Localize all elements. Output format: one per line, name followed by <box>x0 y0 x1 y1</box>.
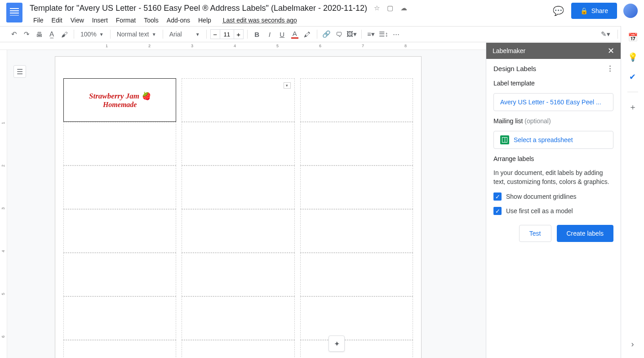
line-spacing-button[interactable]: ☰↕ <box>378 28 390 40</box>
menu-format[interactable]: Format <box>112 15 139 25</box>
label-cell[interactable] <box>300 209 413 253</box>
label-cell[interactable] <box>63 253 176 296</box>
menu-tools[interactable]: Tools <box>140 15 162 25</box>
add-addon-icon[interactable]: ＋ <box>628 102 638 112</box>
comments-icon[interactable]: 💬 <box>552 4 565 17</box>
select-spreadsheet-button[interactable]: Select a spreadsheet <box>493 131 613 149</box>
menu-view[interactable]: View <box>67 15 88 25</box>
horizontal-ruler[interactable]: 1 2 3 4 5 6 7 8 <box>0 43 486 50</box>
label-cell[interactable] <box>300 166 413 209</box>
star-icon[interactable]: ☆ <box>373 4 381 12</box>
underline-button[interactable]: U <box>276 28 288 40</box>
menu-help[interactable]: Help <box>195 15 215 25</box>
label-cell[interactable] <box>300 122 413 166</box>
menu-insert[interactable]: Insert <box>89 15 111 25</box>
arrange-description: In your document, edit labels by adding … <box>493 169 613 186</box>
mailing-list-heading: Mailing list (optional) <box>493 117 613 125</box>
sidebar-section-title: Design Labels <box>493 65 536 72</box>
test-button[interactable]: Test <box>519 225 551 242</box>
editing-mode-button[interactable]: ✎▾ <box>600 28 611 40</box>
toolbar: ↶ ↷ 🖶 A̲ 🖌 100%▼ Normal text▼ Arial▼ − +… <box>0 26 644 42</box>
checkbox-first-cell[interactable]: ✓ <box>493 207 502 215</box>
document-canvas[interactable]: 1 2 3 4 5 6 7 8 1 2 3 4 5 6 ☰ Strawberry… <box>0 43 486 358</box>
share-label: Share <box>591 7 608 14</box>
sidebar-title: Labelmaker <box>493 47 525 54</box>
move-icon[interactable]: ▢ <box>386 4 394 12</box>
label-cell[interactable]: ▾ <box>182 78 294 122</box>
redo-button[interactable]: ↷ <box>21 28 32 40</box>
paragraph-style-select[interactable]: Normal text▼ <box>114 28 159 40</box>
checkbox-gridlines-label: Show document gridlines <box>506 193 576 200</box>
label-cell[interactable] <box>182 122 294 166</box>
kebab-menu-icon[interactable]: ⋮ <box>607 64 613 72</box>
font-size-increase[interactable]: + <box>234 29 244 39</box>
label-text-line1[interactable]: Strawberry Jam 🍓 <box>89 91 151 101</box>
vertical-ruler[interactable]: 1 2 3 4 5 6 <box>0 50 7 358</box>
menu-file[interactable]: File <box>30 15 47 25</box>
align-button[interactable]: ≡▾ <box>365 28 377 40</box>
label-cell[interactable] <box>182 253 294 296</box>
menu-bar: File Edit View Insert Format Tools Add-o… <box>30 15 552 25</box>
text-color-button[interactable]: A <box>289 28 301 40</box>
label-cell[interactable] <box>182 209 294 253</box>
undo-button[interactable]: ↶ <box>8 28 20 40</box>
collapse-panel-icon[interactable]: › <box>628 339 638 349</box>
label-cell[interactable] <box>63 122 176 166</box>
font-select[interactable]: Arial▼ <box>167 28 203 40</box>
font-size-decrease[interactable]: − <box>210 29 220 39</box>
cloud-status-icon[interactable]: ☁ <box>400 4 408 12</box>
menu-addons[interactable]: Add-ons <box>163 15 194 25</box>
keep-icon[interactable]: 💡 <box>628 52 638 62</box>
addon-sidebar: Labelmaker ✕ Design Labels ⋮ Label templ… <box>486 43 621 358</box>
label-cell[interactable] <box>63 166 176 209</box>
menu-edit[interactable]: Edit <box>48 15 66 25</box>
create-labels-button[interactable]: Create labels <box>557 225 614 242</box>
insert-comment-button[interactable]: 🗨 <box>333 28 345 40</box>
side-panel: 📅 💡 ✔ ＋ › <box>621 26 644 358</box>
select-template-button[interactable]: Avery US Letter - 5160 Easy Peel ... <box>493 93 613 111</box>
italic-button[interactable]: I <box>264 28 275 40</box>
close-icon[interactable]: ✕ <box>608 46 614 56</box>
arrange-heading: Arrange labels <box>493 155 613 162</box>
select-spreadsheet-label: Select a spreadsheet <box>514 136 573 143</box>
label-template-heading: Label template <box>493 80 613 87</box>
sheets-icon <box>500 135 509 144</box>
bold-button[interactable]: B <box>251 28 263 40</box>
outline-toggle-button[interactable]: ☰ <box>13 65 26 78</box>
label-cell[interactable] <box>182 296 294 340</box>
highlight-button[interactable]: 🖍 <box>302 28 313 40</box>
label-text-line2[interactable]: Homemade <box>103 101 137 109</box>
label-cell[interactable] <box>300 340 413 358</box>
docs-logo-icon[interactable] <box>6 3 22 22</box>
label-cell-first[interactable]: Strawberry Jam 🍓 Homemade <box>63 78 176 122</box>
label-grid: Strawberry Jam 🍓 Homemade ▾ <box>63 78 413 358</box>
checkbox-gridlines[interactable]: ✓ <box>493 192 502 201</box>
insert-link-button[interactable]: 🔗 <box>321 28 333 40</box>
label-cell[interactable] <box>182 340 294 358</box>
spellcheck-button[interactable]: A̲ <box>46 28 58 40</box>
insert-image-button[interactable]: 🖼▾ <box>346 28 358 40</box>
calendar-icon[interactable]: 📅 <box>628 32 638 42</box>
label-cell[interactable] <box>63 209 176 253</box>
tasks-icon[interactable]: ✔ <box>628 72 638 82</box>
zoom-select[interactable]: 100%▼ <box>78 28 107 40</box>
more-toolbar-button[interactable]: ⋯ <box>391 28 402 40</box>
last-edit-link[interactable]: Last edit was seconds ago <box>219 15 301 25</box>
label-cell[interactable] <box>300 78 413 122</box>
label-cell[interactable] <box>63 296 176 340</box>
explore-button[interactable]: ✦ <box>329 336 345 352</box>
print-button[interactable]: 🖶 <box>33 28 45 40</box>
label-cell[interactable] <box>300 296 413 340</box>
cell-menu-icon[interactable]: ▾ <box>284 82 291 89</box>
label-cell[interactable] <box>182 166 294 209</box>
share-button[interactable]: 🔒 Share <box>571 3 617 19</box>
chevron-down-icon: ▼ <box>99 32 104 37</box>
document-title[interactable]: Template for "Avery US Letter - 5160 Eas… <box>30 4 367 13</box>
page[interactable]: Strawberry Jam 🍓 Homemade ▾ <box>55 56 422 358</box>
label-cell[interactable] <box>300 253 413 296</box>
paint-format-button[interactable]: 🖌 <box>58 28 70 40</box>
font-size-input[interactable] <box>220 29 234 39</box>
lock-icon: 🔒 <box>580 7 588 14</box>
label-cell[interactable] <box>63 340 176 358</box>
account-avatar[interactable] <box>623 4 638 18</box>
